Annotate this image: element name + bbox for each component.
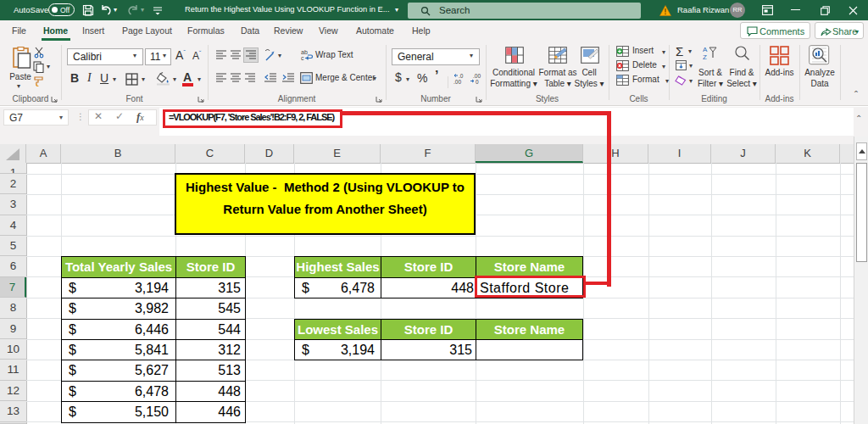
svg-text:A: A	[703, 46, 708, 53]
svg-text:ab: ab	[301, 49, 308, 55]
svg-text:0: 0	[476, 79, 479, 85]
svg-text:Z: Z	[703, 53, 707, 60]
svg-text:c: c	[301, 55, 304, 61]
svg-text:.00: .00	[453, 79, 461, 85]
